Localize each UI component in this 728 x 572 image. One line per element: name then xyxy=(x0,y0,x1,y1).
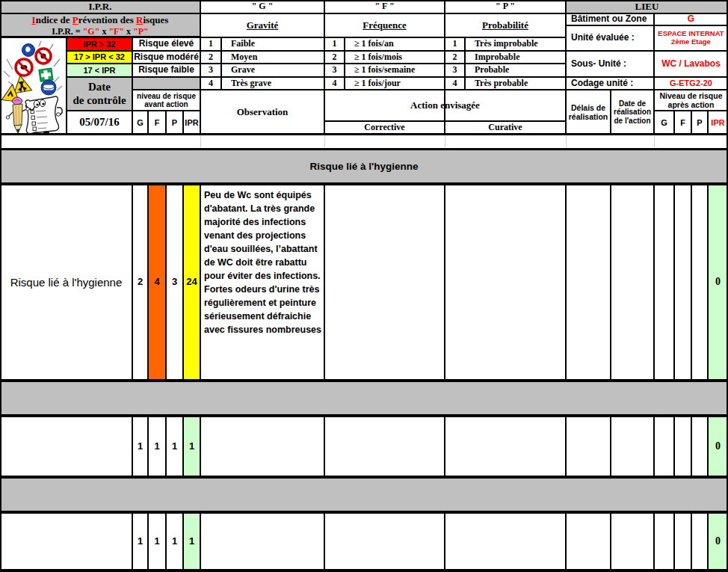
risk-assessment-sheet: I.P.R. Indice de Prévention des Risques … xyxy=(0,0,728,572)
after-g-cell[interactable] xyxy=(654,513,674,570)
date-realisation-header: Date de réalisation de l'action xyxy=(611,90,654,135)
after-f-cell[interactable] xyxy=(674,513,691,570)
apres-g-header: G xyxy=(654,111,674,135)
legend-label-high: Risque élevé xyxy=(132,37,200,51)
after-ipr-cell[interactable]: 0 xyxy=(708,185,728,380)
f-code-header: " F " xyxy=(324,0,445,13)
after-f-cell[interactable] xyxy=(674,416,691,476)
risk-row-label[interactable] xyxy=(0,416,132,476)
corrective-cell[interactable] xyxy=(324,513,445,570)
avant-f-header: F xyxy=(148,111,166,135)
after-g-cell[interactable] xyxy=(654,416,674,476)
lieu-unite-label: Unité évaluée : xyxy=(566,25,654,51)
lieu-batiment-label: Bâtiment ou Zone xyxy=(566,13,654,25)
f-scale-num: 3 xyxy=(324,64,345,77)
f-scale-label: ≥ 1 fois/mois xyxy=(345,51,445,64)
ipr-subtitle: Indice de Prévention des Risques I.P.R. … xyxy=(0,13,200,37)
corrective-cell[interactable] xyxy=(324,185,445,380)
risk-f-value[interactable]: 1 xyxy=(148,416,166,476)
lieu-sous-unite-label: Sous- Unité : xyxy=(566,51,654,77)
risk-p-value[interactable]: 3 xyxy=(166,185,183,380)
risk-observation[interactable] xyxy=(200,513,324,570)
divider xyxy=(0,133,728,135)
f-scale-num: 2 xyxy=(324,51,345,64)
date-realisation-cell[interactable] xyxy=(611,513,654,570)
risk-p-value[interactable]: 1 xyxy=(166,416,183,476)
g-scale-num: 2 xyxy=(200,51,221,64)
curative-cell[interactable] xyxy=(445,185,566,380)
risk-g-value[interactable]: 2 xyxy=(132,185,148,380)
date-label-line1: Date xyxy=(88,81,111,93)
date-label-line2: de contrôle xyxy=(73,94,126,107)
date-realisation-cell[interactable] xyxy=(611,185,654,380)
risk-p-value[interactable]: 1 xyxy=(166,513,183,570)
legend-label-medium: Risque modéré xyxy=(132,51,200,64)
g-scale-num: 1 xyxy=(200,37,221,51)
apres-action-header: Niveau de risque après action xyxy=(654,90,728,111)
after-p-cell[interactable] xyxy=(691,185,708,380)
after-p-cell[interactable] xyxy=(691,513,708,570)
lieu-unite-value[interactable]: ESPACE INTERNAT 2ème Etage xyxy=(654,25,728,51)
gap-row xyxy=(0,135,728,148)
risk-f-value[interactable]: 1 xyxy=(148,513,166,570)
formula-text: I.P.R. = xyxy=(52,26,82,37)
delais-cell[interactable] xyxy=(566,513,611,570)
risk-f-value[interactable]: 4 xyxy=(148,185,166,380)
ipr-letter-p: P xyxy=(73,14,78,25)
avant-p-header: P xyxy=(166,111,183,135)
apres-p-header: P xyxy=(691,111,708,135)
f-scale-label: ≥ 1 fois/an xyxy=(345,37,445,51)
ipr-title: I.P.R. xyxy=(0,0,200,13)
risk-row-label[interactable]: Risque lié à l'hygienne xyxy=(0,185,132,380)
risk-observation[interactable]: Peu de Wc sont équipés d'abatant. La trè… xyxy=(200,185,324,380)
f-scale-num: 4 xyxy=(324,77,345,90)
grid-line xyxy=(654,135,655,147)
avant-g-header: G xyxy=(132,111,148,135)
p-scale-label: Très probable xyxy=(465,77,566,90)
p-scale-label: Très improbable xyxy=(465,37,566,51)
lieu-sous-unite-value[interactable]: WC / Lavabos xyxy=(654,51,728,77)
delais-cell[interactable] xyxy=(566,185,611,380)
ipr-full-name: Indice de Prévention des Risques xyxy=(32,14,169,26)
risk-g-value[interactable]: 1 xyxy=(132,513,148,570)
curative-cell[interactable] xyxy=(445,513,566,570)
g-scale-num: 3 xyxy=(200,64,221,77)
risk-ipr-value[interactable]: 1 xyxy=(183,416,200,476)
risk-ipr-value[interactable]: 24 xyxy=(183,185,200,380)
formula-p: "P" xyxy=(133,26,149,37)
risk-row-label[interactable] xyxy=(0,513,132,570)
p-code-header: " P " xyxy=(445,0,566,13)
lieu-batiment-value[interactable]: G xyxy=(654,13,728,25)
risk-observation[interactable] xyxy=(200,416,324,476)
date-realisation-cell[interactable] xyxy=(611,416,654,476)
after-p-cell[interactable] xyxy=(691,416,708,476)
after-g-cell[interactable] xyxy=(654,185,674,380)
g-scale-label: Moyen xyxy=(221,51,324,64)
after-ipr-cell[interactable]: 0 xyxy=(708,513,728,570)
legend-range-medium: 17 > IPR < 32 xyxy=(67,51,132,64)
ipr-text: isques xyxy=(143,14,168,25)
section-band-3 xyxy=(0,476,728,513)
lieu-codage-value[interactable]: G-ETG2-20 xyxy=(654,77,728,90)
delais-header: Délais de réalisation xyxy=(566,90,611,135)
after-f-cell[interactable] xyxy=(674,185,691,380)
grid-line xyxy=(445,135,445,147)
corrective-cell[interactable] xyxy=(324,416,445,476)
g-scale-num: 4 xyxy=(200,77,221,90)
after-ipr-cell[interactable]: 0 xyxy=(708,416,728,476)
date-controle-value[interactable]: 05/07/16 xyxy=(67,111,132,135)
observation-text: Peu de Wc sont équipés d'abatant. La trè… xyxy=(201,185,324,336)
observation-header: Observation xyxy=(200,90,324,135)
risk-ipr-value[interactable]: 1 xyxy=(183,513,200,570)
g-name-header: Gravité xyxy=(200,13,324,37)
avant-ipr-header: IPR xyxy=(183,111,200,135)
grid-line xyxy=(200,135,201,147)
g-scale-label: Très grave xyxy=(221,77,324,90)
risk-g-value[interactable]: 1 xyxy=(132,416,148,476)
p-scale-num: 3 xyxy=(445,64,465,77)
delais-cell[interactable] xyxy=(566,416,611,476)
p-scale-num: 1 xyxy=(445,37,465,51)
apres-ipr-header: IPR xyxy=(708,111,728,135)
curative-cell[interactable] xyxy=(445,416,566,476)
date-controle-label: Date de contrôle xyxy=(67,77,132,111)
